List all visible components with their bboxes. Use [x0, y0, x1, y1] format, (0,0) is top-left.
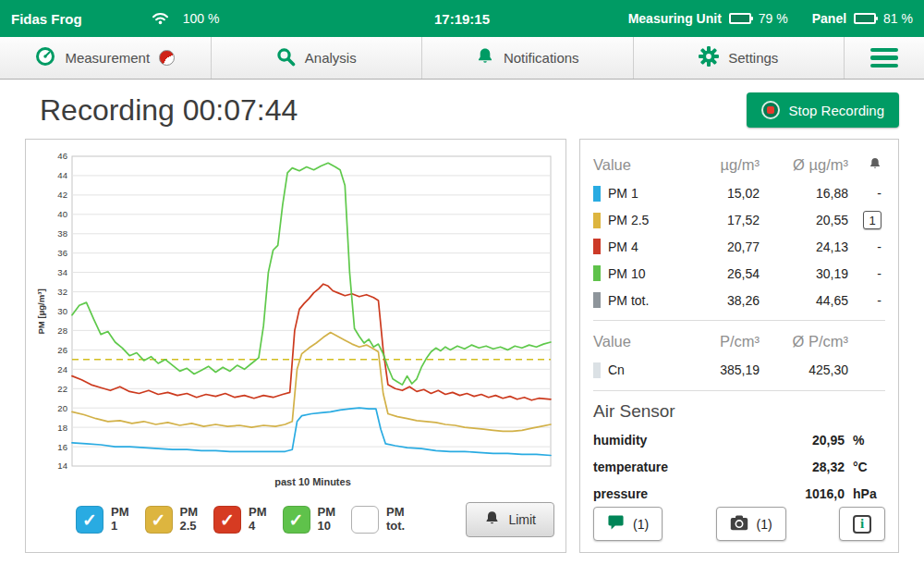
comments-count: (1): [633, 517, 649, 532]
camera-icon: [730, 515, 748, 534]
limit-button[interactable]: Limit: [466, 502, 554, 537]
chart-legend: ✓ PM1 ✓ PM2.5 ✓ PM4 ✓ PM10: [76, 502, 554, 537]
series-color-swatch: [593, 292, 601, 308]
legend-checkbox-pm4[interactable]: ✓ PM4: [213, 506, 267, 534]
magnifier-icon: [276, 47, 296, 69]
speech-bubble-icon: [607, 514, 625, 534]
legend-checkbox-pm1[interactable]: ✓ PM1: [76, 506, 129, 534]
air-sensor-title: Air Sensor: [593, 401, 885, 422]
main-navigation: Measurement Analysis Notifications: [0, 37, 924, 80]
device-name: Fidas Frog: [11, 11, 82, 27]
alarm-bell-icon: [848, 157, 885, 173]
legend-checkbox-pm10[interactable]: ✓ PM10: [283, 506, 336, 534]
info-icon: i: [853, 515, 871, 534]
recording-indicator-icon: [159, 50, 175, 66]
gear-icon: [699, 46, 719, 69]
svg-text:20: 20: [57, 403, 67, 413]
measuring-unit-battery-icon: [729, 13, 751, 24]
alarm-count-badge[interactable]: 1: [863, 211, 881, 229]
svg-text:38: 38: [57, 228, 67, 239]
tab-settings[interactable]: Settings: [634, 37, 845, 79]
checkbox-unchecked-icon[interactable]: [351, 506, 379, 534]
svg-text:40: 40: [57, 209, 67, 219]
gauge-icon: [35, 46, 55, 69]
tab-measurement-label: Measurement: [65, 50, 150, 66]
camera-count: (1): [757, 517, 772, 532]
page-title: Recording 00:07:44: [40, 93, 298, 128]
svg-text:PM [µg/m³]: PM [µg/m³]: [36, 288, 46, 334]
panel-actions: (1) (1) i: [593, 507, 885, 541]
table-row-pmtot: PM tot. 38,26 44,65 -: [593, 287, 885, 313]
table-row-cn: Cn 385,19 425,30: [593, 357, 885, 384]
hamburger-menu-button[interactable]: [845, 37, 924, 79]
checkbox-checked-icon[interactable]: ✓: [76, 506, 103, 534]
checkbox-checked-icon[interactable]: ✓: [283, 506, 310, 534]
checkbox-checked-icon[interactable]: ✓: [213, 506, 241, 534]
stop-recording-button[interactable]: Stop Recording: [747, 92, 899, 128]
cn-table-header: Value P/cm³ Ø P/cm³: [593, 327, 885, 357]
hamburger-icon: [870, 48, 898, 53]
wifi-icon: [151, 9, 170, 29]
pm-table-header: Value µg/m³ Ø µg/m³: [593, 151, 885, 180]
svg-text:32: 32: [57, 287, 67, 297]
panel-percentage: 81 %: [883, 11, 913, 26]
tab-notifications[interactable]: Notifications: [422, 37, 634, 79]
comments-button[interactable]: (1): [593, 507, 663, 541]
divider: [593, 320, 885, 321]
chart-x-axis-label: past 10 Minutes: [74, 476, 552, 487]
tab-analysis[interactable]: Analysis: [212, 37, 423, 79]
table-row-pm10: PM 10 26,54 30,19 -: [593, 260, 885, 287]
air-row-humidity: humidity 20,95 %: [593, 427, 885, 454]
pm-header-unit: µg/m³: [689, 156, 760, 174]
measuring-unit-percentage: 79 %: [759, 11, 788, 26]
svg-text:28: 28: [57, 325, 67, 336]
limit-button-label: Limit: [508, 512, 536, 527]
pm-header-value: Value: [593, 156, 689, 174]
series-color-swatch: [593, 265, 601, 281]
svg-text:14: 14: [57, 460, 67, 471]
series-color-swatch: [593, 186, 601, 202]
table-row-pm1: PM 1 15,02 16,88 -: [593, 180, 885, 207]
values-panel: Value µg/m³ Ø µg/m³ PM 1 15,02 16,88 -: [579, 139, 899, 553]
pm-line-chart: 1416182022242628303234363840424446PM [µg…: [35, 149, 557, 474]
svg-text:22: 22: [57, 384, 67, 394]
svg-text:36: 36: [57, 248, 67, 258]
bell-icon: [484, 510, 500, 529]
svg-text:24: 24: [57, 364, 67, 374]
fidas-frog-app: Fidas Frog 100 % 17:19:15 Measuring Unit…: [0, 0, 924, 577]
divider: [593, 390, 885, 391]
checkbox-checked-icon[interactable]: ✓: [145, 506, 173, 534]
stop-icon: [761, 101, 780, 119]
chart-panel: 1416182022242628303234363840424446PM [µg…: [25, 139, 566, 553]
panel-label: Panel: [812, 11, 846, 26]
svg-text:44: 44: [57, 170, 67, 180]
series-color-swatch: [593, 362, 601, 378]
svg-text:26: 26: [57, 345, 67, 355]
tab-notifications-label: Notifications: [504, 50, 579, 66]
table-row-pm25: PM 2.5 17,52 20,55 1: [593, 207, 885, 234]
bell-icon: [476, 47, 494, 68]
legend-checkbox-pmtot[interactable]: PMtot.: [351, 506, 405, 534]
panel-battery-icon: [854, 13, 876, 24]
svg-text:16: 16: [57, 442, 67, 452]
info-button[interactable]: i: [839, 507, 885, 541]
tab-analysis-label: Analysis: [305, 50, 357, 66]
wifi-percentage: 100 %: [183, 11, 220, 26]
main-content: Recording 00:07:44 Stop Recording 141618…: [0, 80, 924, 577]
series-color-swatch: [593, 239, 601, 254]
camera-button[interactable]: (1): [716, 507, 786, 541]
svg-text:46: 46: [57, 151, 67, 161]
svg-text:42: 42: [57, 190, 67, 200]
air-row-pressure: pressure 1016,0 hPa: [593, 480, 885, 507]
tab-settings-label: Settings: [728, 50, 778, 66]
legend-checkbox-pm25[interactable]: ✓ PM2.5: [145, 506, 199, 534]
series-color-swatch: [593, 213, 601, 228]
air-row-temperature: temperature 28,32 °C: [593, 453, 885, 480]
stop-recording-label: Stop Recording: [789, 103, 884, 118]
clock: 17:19:15: [434, 11, 490, 27]
measuring-unit-label: Measuring Unit: [628, 11, 722, 26]
table-row-pm4: PM 4 20,77 24,13 -: [593, 233, 885, 260]
svg-text:34: 34: [57, 267, 67, 277]
svg-text:30: 30: [57, 306, 67, 316]
tab-measurement[interactable]: Measurement: [0, 37, 212, 79]
